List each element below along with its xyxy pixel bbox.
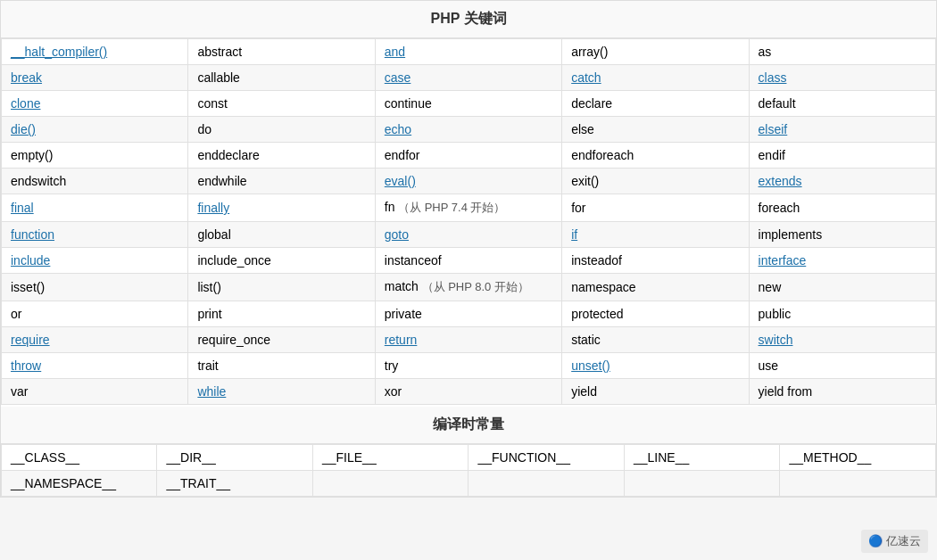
compile-constants-table: __CLASS____DIR____FILE____FUNCTION____LI… xyxy=(1,444,936,497)
table-cell: __METHOD__ xyxy=(780,445,936,471)
keyword-link[interactable]: clone xyxy=(11,96,40,111)
table-cell: abstract xyxy=(188,39,375,65)
php-keywords-title: PHP 关键词 xyxy=(1,1,936,38)
keyword-link[interactable]: if xyxy=(571,227,577,242)
keyword-text: __TRAIT__ xyxy=(166,476,230,490)
table-row: includeinclude_onceinstanceofinsteadofin… xyxy=(2,248,936,274)
table-cell: if xyxy=(562,222,749,248)
keyword-link[interactable]: switch xyxy=(759,333,793,347)
keyword-link[interactable]: function xyxy=(11,227,54,242)
table-row: endswitchendwhileeval()exit()extends xyxy=(2,169,936,194)
table-cell: insteadof xyxy=(562,248,749,274)
table-cell xyxy=(780,471,936,497)
keyword-text: protected xyxy=(571,307,623,321)
keyword-text: private xyxy=(385,307,422,321)
table-cell: return xyxy=(375,327,561,353)
keyword-text: new xyxy=(759,280,782,294)
table-cell: list() xyxy=(188,274,375,301)
table-cell: elseif xyxy=(749,117,935,143)
keyword-text: as xyxy=(759,45,772,59)
keyword-link[interactable]: break xyxy=(11,70,42,85)
keyword-text: const xyxy=(197,96,227,111)
table-row: die()doechoelseelseif xyxy=(2,117,936,143)
table-cell: die() xyxy=(2,117,188,143)
keyword-link[interactable]: goto xyxy=(385,227,409,242)
keyword-link[interactable]: echo xyxy=(385,122,411,136)
keyword-link[interactable]: __halt_compiler() xyxy=(11,45,107,59)
table-cell: endforeach xyxy=(562,143,749,169)
keyword-text: insteadof xyxy=(571,253,622,268)
table-cell: echo xyxy=(375,117,561,143)
table-cell xyxy=(468,471,624,497)
table-cell: do xyxy=(188,117,375,143)
keyword-text: for xyxy=(571,201,585,215)
keyword-link[interactable]: and xyxy=(385,45,405,59)
table-cell: clone xyxy=(2,91,188,117)
table-cell: trait xyxy=(188,353,375,379)
table-cell: protected xyxy=(562,301,749,327)
table-cell: for xyxy=(562,194,749,222)
keyword-text: yield from xyxy=(759,384,813,399)
keyword-text: namespace xyxy=(571,280,635,294)
table-cell: __FILE__ xyxy=(312,445,468,471)
table-cell: static xyxy=(562,327,749,353)
table-cell: include_once xyxy=(188,248,375,274)
table-cell: and xyxy=(375,39,561,65)
keyword-note: （从 PHP 7.4 开始） xyxy=(394,201,505,214)
table-cell: class xyxy=(749,65,935,91)
keyword-link[interactable]: while xyxy=(197,384,226,399)
keyword-link[interactable]: class xyxy=(759,70,787,85)
keyword-link[interactable]: include xyxy=(11,253,50,268)
table-cell: eval() xyxy=(375,169,561,194)
keyword-text: default xyxy=(759,96,796,111)
keyword-text: try xyxy=(385,358,399,373)
keyword-text: endfor xyxy=(385,148,420,162)
keyword-link[interactable]: die() xyxy=(11,122,36,136)
table-cell: break xyxy=(2,65,188,91)
table-cell: interface xyxy=(749,248,935,274)
keyword-link[interactable]: unset() xyxy=(571,358,610,373)
keyword-text: do xyxy=(197,122,211,136)
keyword-link[interactable]: eval() xyxy=(385,174,416,188)
keyword-text: exit() xyxy=(571,174,599,188)
keyword-text: __NAMESPACE__ xyxy=(11,476,116,490)
keyword-link[interactable]: elseif xyxy=(759,122,788,136)
keyword-link[interactable]: require xyxy=(11,333,50,347)
table-cell: switch xyxy=(749,327,935,353)
table-cell: callable xyxy=(188,65,375,91)
table-row: finalfinallyfn （从 PHP 7.4 开始）forforeach xyxy=(2,194,936,222)
table-cell: enddeclare xyxy=(188,143,375,169)
table-cell: yield xyxy=(562,379,749,405)
table-cell: implements xyxy=(749,222,935,248)
compile-constants-title: 编译时常量 xyxy=(1,407,936,444)
table-row: breakcallablecasecatchclass xyxy=(2,65,936,91)
keyword-link[interactable]: finally xyxy=(197,201,229,215)
keyword-text: isset() xyxy=(11,280,45,294)
table-row: __NAMESPACE____TRAIT__ xyxy=(2,471,936,497)
table-cell: try xyxy=(375,353,561,379)
table-cell: declare xyxy=(562,91,749,117)
compile-constants-section: 编译时常量 __CLASS____DIR____FILE____FUNCTION… xyxy=(1,407,936,497)
keyword-link[interactable]: return xyxy=(385,333,418,347)
keyword-link[interactable]: throw xyxy=(11,358,41,373)
keyword-text: __FUNCTION__ xyxy=(477,450,569,465)
keyword-link[interactable]: final xyxy=(11,201,34,215)
keyword-link[interactable]: catch xyxy=(571,70,601,85)
keyword-text: endforeach xyxy=(571,148,634,162)
table-row: cloneconstcontinuedeclaredefault xyxy=(2,91,936,117)
table-cell: __DIR__ xyxy=(157,445,312,471)
table-cell: private xyxy=(375,301,561,327)
table-cell: as xyxy=(749,39,935,65)
keyword-link[interactable]: interface xyxy=(759,253,807,268)
table-row: functionglobalgotoifimplements xyxy=(2,222,936,248)
keyword-link[interactable]: case xyxy=(385,70,411,85)
table-cell: require xyxy=(2,327,188,353)
table-cell: extends xyxy=(749,169,935,194)
keyword-text: var xyxy=(11,384,28,399)
keyword-text: trait xyxy=(197,358,218,373)
keyword-link[interactable]: extends xyxy=(759,174,802,188)
keyword-text: implements xyxy=(759,227,823,242)
keyword-text: include_once xyxy=(197,253,271,268)
keyword-text: __FILE__ xyxy=(322,450,377,465)
table-cell: or xyxy=(2,301,188,327)
